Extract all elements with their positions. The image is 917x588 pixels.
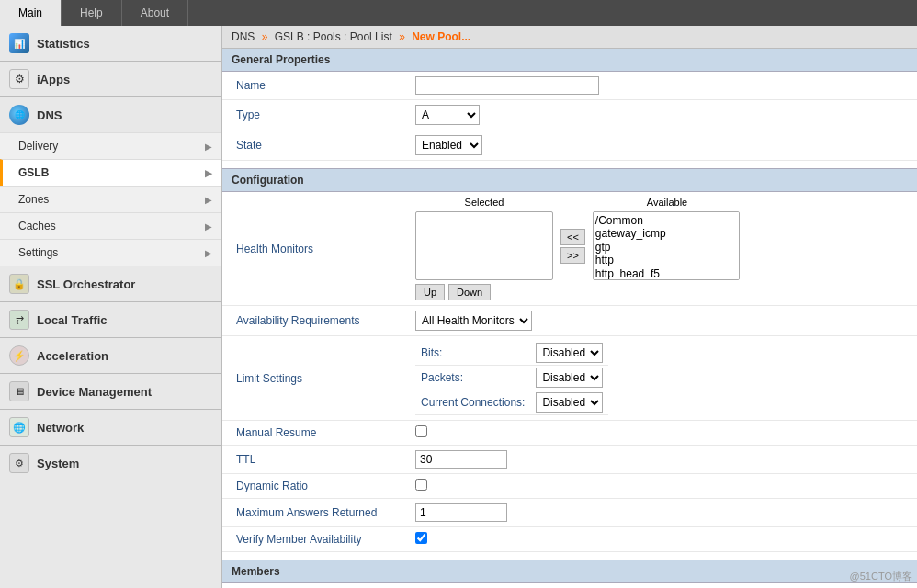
selected-header: Selected (415, 197, 553, 208)
tab-help[interactable]: Help (62, 0, 122, 26)
dynamic-ratio-row: Dynamic Ratio (222, 474, 917, 499)
sidebar-item-dns[interactable]: 🌐 DNS (0, 97, 221, 132)
ttl-input[interactable] (415, 450, 507, 469)
sidebar-item-iapps-label: iApps (37, 73, 70, 86)
sidebar-item-local-traffic-label: Local Traffic (37, 313, 108, 327)
limit-settings-label: Limit Settings (222, 336, 406, 421)
submenu-delivery-label: Delivery (18, 140, 58, 153)
packets-label: Packets: (415, 366, 530, 390)
sidebar-item-statistics[interactable]: 📊 Statistics (0, 26, 221, 61)
health-monitors-value: Selected Available << >> (406, 192, 917, 306)
acceleration-icon: ⚡ (9, 345, 29, 366)
name-input[interactable] (415, 76, 599, 95)
ttl-value (406, 446, 917, 474)
move-left-button[interactable]: << (560, 229, 585, 245)
sidebar-item-acceleration-label: Acceleration (37, 349, 108, 363)
breadcrumb-gslb: GSLB : Pools : Pool List (275, 30, 392, 43)
verify-member-checkbox[interactable] (415, 532, 427, 544)
general-properties-table: Name Type A AAAA CNAME MX NAPTR (222, 72, 917, 161)
state-label: State (222, 130, 406, 161)
submenu-zones-label: Zones (18, 193, 49, 206)
top-nav: Main Help About (0, 0, 917, 26)
selected-monitors-listbox[interactable] (415, 211, 553, 280)
down-button[interactable]: Down (448, 284, 491, 300)
availability-select[interactable]: All Health Monitors At Least Require (415, 311, 532, 331)
sidebar-item-ssl-label: SSL Orchestrator (37, 277, 135, 291)
availability-row: Availability Requirements All Health Mon… (222, 306, 917, 336)
ttl-label: TTL (222, 446, 406, 474)
max-answers-label: Maximum Answers Returned (222, 499, 406, 527)
sidebar-section-local-traffic: ⇄ Local Traffic (0, 302, 221, 338)
sidebar-section-device: 🖥 Device Management (0, 374, 221, 410)
dns-icon: 🌐 (9, 105, 29, 125)
sidebar-item-acceleration[interactable]: ⚡ Acceleration (0, 338, 221, 373)
stats-icon: 📊 (9, 33, 29, 53)
manual-resume-row: Manual Resume (222, 421, 917, 446)
configuration-header: Configuration (222, 168, 917, 192)
sidebar-section-system: ⚙ System (0, 446, 221, 481)
sidebar-item-system-label: System (37, 457, 79, 470)
breadcrumb-dns: DNS (232, 30, 255, 43)
members-header: Members (222, 560, 917, 583)
health-monitors-label: Health Monitors (222, 192, 406, 306)
sidebar-item-ssl[interactable]: 🔒 SSL Orchestrator (0, 266, 221, 301)
sidebar-item-network[interactable]: 🌐 Network (0, 410, 221, 445)
verify-member-value (406, 527, 917, 552)
type-select[interactable]: A AAAA CNAME MX NAPTR (415, 105, 480, 125)
name-value-cell (406, 72, 917, 100)
submenu-settings[interactable]: Settings ▶ (0, 239, 221, 266)
network-icon: 🌐 (9, 417, 29, 437)
available-monitors-listbox[interactable]: /Common gateway_icmp gtp http http_head_… (593, 211, 740, 280)
sidebar-item-statistics-label: Statistics (37, 37, 90, 51)
availability-value: All Health Monitors At Least Require (406, 306, 917, 336)
up-button[interactable]: Up (415, 284, 445, 300)
submenu-gslb[interactable]: GSLB ▶ (0, 159, 221, 186)
dynamic-ratio-checkbox[interactable] (415, 479, 427, 491)
name-row: Name (222, 72, 917, 100)
bits-select[interactable]: Disabled Enabled (536, 343, 603, 363)
sidebar-section-dns: 🌐 DNS Delivery ▶ GSLB ▶ Zones ▶ (0, 97, 221, 266)
tab-main[interactable]: Main (0, 0, 62, 26)
connections-value-cell: Disabled Enabled (530, 390, 608, 415)
ssl-icon: 🔒 (9, 274, 29, 294)
name-label: Name (222, 72, 406, 100)
sidebar-item-iapps[interactable]: ⚙ iApps (0, 62, 221, 96)
verify-member-row: Verify Member Availability (222, 527, 917, 552)
max-answers-input[interactable] (415, 503, 507, 522)
submenu-settings-label: Settings (18, 246, 58, 259)
move-right-button[interactable]: >> (560, 247, 585, 264)
type-label: Type (222, 100, 406, 130)
sidebar-item-dns-label: DNS (37, 108, 62, 122)
sidebar-item-local-traffic[interactable]: ⇄ Local Traffic (0, 302, 221, 337)
sidebar-section-statistics: 📊 Statistics (0, 26, 221, 62)
sidebar-section-acceleration: ⚡ Acceleration (0, 338, 221, 374)
system-icon: ⚙ (9, 453, 29, 473)
tab-about[interactable]: About (122, 0, 188, 26)
manual-resume-checkbox[interactable] (415, 425, 427, 437)
manual-resume-value (406, 421, 917, 446)
state-select[interactable]: Enabled Disabled (415, 135, 482, 155)
submenu-zones[interactable]: Zones ▶ (0, 186, 221, 212)
connections-label: Current Connections: (415, 390, 530, 415)
dns-submenu: Delivery ▶ GSLB ▶ Zones ▶ Caches ▶ Setti… (0, 132, 221, 266)
breadcrumb-sep1: » (262, 30, 268, 43)
limit-settings-row: Limit Settings Bits: Disabled Enabled (222, 336, 917, 421)
sidebar-item-network-label: Network (37, 421, 84, 435)
submenu-delivery[interactable]: Delivery ▶ (0, 132, 221, 159)
packets-row: Packets: Disabled Enabled (415, 366, 608, 390)
available-header: Available (594, 197, 741, 208)
main-content: DNS » GSLB : Pools : Pool List » New Poo… (222, 26, 917, 588)
submenu-caches[interactable]: Caches ▶ (0, 212, 221, 239)
packets-select[interactable]: Disabled Enabled (536, 368, 603, 388)
dynamic-ratio-value (406, 474, 917, 499)
sidebar: 📊 Statistics ⚙ iApps 🌐 DNS (0, 26, 222, 588)
updown-buttons: Up Down (415, 284, 908, 300)
sidebar-item-device[interactable]: 🖥 Device Management (0, 374, 221, 409)
bits-row: Bits: Disabled Enabled (415, 341, 608, 366)
manual-resume-label: Manual Resume (222, 421, 406, 446)
limit-settings-value: Bits: Disabled Enabled Packets: (406, 336, 917, 421)
hm-transfer-buttons: << >> (560, 229, 585, 264)
connections-select[interactable]: Disabled Enabled (536, 392, 603, 413)
sidebar-item-system[interactable]: ⚙ System (0, 446, 221, 481)
arrow-icon: ▶ (205, 168, 212, 178)
